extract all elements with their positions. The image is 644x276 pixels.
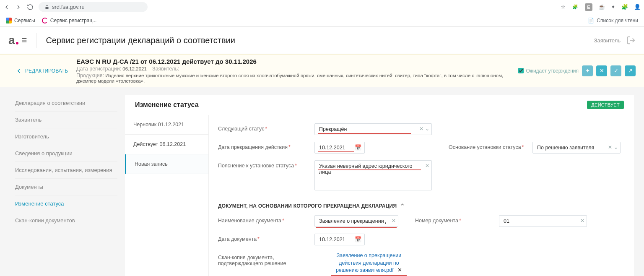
chevron-down-icon[interactable]: ⌄: [425, 126, 429, 132]
uploaded-file-link[interactable]: Заявление о прекращении действия деклара…: [327, 252, 411, 274]
highlight: [331, 275, 407, 276]
pending-checkbox-input[interactable]: [518, 68, 524, 73]
chevron-down-icon[interactable]: ⌄: [614, 144, 618, 150]
divider: [36, 33, 36, 48]
calendar-icon[interactable]: 📅: [355, 236, 361, 242]
doc-section-title: ДОКУМЕНТ, НА ОСНОВАНИИ КОТОРОГО ПРЕКРАЩЕ…: [218, 203, 397, 209]
clear-icon[interactable]: ✕: [419, 126, 423, 132]
site-icon: [42, 18, 48, 23]
puzzle-icon[interactable]: 🧩: [621, 4, 628, 10]
sidebar-item-research[interactable]: Исследования, испытания, измерения: [15, 162, 117, 179]
status-form: Следующий статус ✕⌄ Дата прекращения дей…: [209, 115, 634, 276]
highlight: [318, 151, 354, 152]
product-value: Изделия верхние трикотажные мужские и же…: [76, 73, 503, 83]
calendar-icon[interactable]: 📅: [355, 144, 361, 151]
clear-icon[interactable]: ✕: [580, 218, 584, 224]
apps-grid-icon: [6, 18, 12, 23]
scan-label: Скан-копия документа, подтверждающего ре…: [218, 252, 314, 266]
action-close-button[interactable]: ✕: [596, 65, 607, 76]
reading-list[interactable]: 📄 Список для чтени: [588, 18, 638, 23]
history-item-active[interactable]: Действует 06.12.2021: [125, 135, 208, 154]
bookmarks-bar: Сервисы Сервис регистрац... 📄 Список для…: [0, 14, 644, 27]
browser-toolbar: srd.fsa.gov.ru ☆ 🧩 E ☕ ✦ 🧩 👤: [0, 0, 644, 14]
bookmark-label: Сервис регистрац...: [50, 18, 97, 23]
panel-title: Изменение статуса: [135, 101, 199, 109]
logout-icon[interactable]: [626, 36, 636, 45]
profile-icon[interactable]: 👤: [634, 4, 641, 10]
applicant-label: Заявитель:: [152, 63, 179, 72]
app-header: а ≡ Сервис регистрации деклараций о соот…: [0, 27, 644, 54]
doc-name-label: Наименование документа: [218, 215, 314, 224]
declaration-info-bar: РЕДАКТИРОВАТЬ ЕАЭС N RU Д-CA /21 от 06.1…: [0, 54, 644, 87]
doc-num-label: Номер документа: [415, 215, 499, 224]
pending-approval-checkbox[interactable]: Ожидает утверждения: [518, 68, 579, 74]
action-magic-button[interactable]: ✦: [582, 65, 593, 76]
action-share-button[interactable]: ↗: [625, 65, 636, 76]
end-date-label: Дата прекращения действия: [218, 142, 314, 150]
reg-date-value: 06.12.2021: [122, 66, 147, 71]
sidebar-item-documents[interactable]: Документы: [15, 179, 117, 195]
history-item-draft[interactable]: Черновик 01.12.2021: [125, 115, 208, 135]
left-sidebar: Декларация о соответствии Заявитель Изго…: [0, 87, 117, 276]
edit-back-label: РЕДАКТИРОВАТЬ: [25, 68, 68, 74]
pending-label: Ожидает утверждения: [526, 68, 579, 74]
basis-select[interactable]: [532, 142, 621, 154]
logo: а: [8, 34, 18, 47]
nav-forward-icon[interactable]: [15, 4, 22, 10]
doc-name-select[interactable]: [314, 215, 398, 227]
sidebar-item-declaration[interactable]: Декларация о соответствии: [15, 95, 117, 112]
clear-icon[interactable]: ✕: [425, 163, 429, 169]
highlight: [316, 227, 397, 228]
next-status-label: Следующий статус: [218, 123, 314, 132]
sidebar-item-status-change[interactable]: Изменение статуса: [15, 195, 117, 212]
nav-reload-icon[interactable]: [27, 4, 34, 10]
ext-icon-3[interactable]: ☕: [598, 4, 605, 10]
nav-back-icon[interactable]: [3, 4, 10, 10]
document-section-header[interactable]: ДОКУМЕНТ, НА ОСНОВАНИИ КОТОРОГО ПРЕКРАЩЕ…: [218, 195, 625, 212]
url-text: srd.fsa.gov.ru: [52, 4, 85, 10]
action-check-button[interactable]: ✓: [610, 65, 621, 76]
status-history-list: Черновик 01.12.2021 Действует 06.12.2021…: [125, 115, 209, 276]
user-role: Заявитель: [594, 37, 621, 44]
bookmark-label: Сервисы: [14, 18, 35, 23]
bookmark-service-reg[interactable]: Сервис регистрац...: [42, 18, 97, 23]
history-item-new[interactable]: Новая запись: [125, 154, 208, 174]
lock-icon: [44, 5, 49, 10]
basis-label: Основание установки статуса: [449, 142, 532, 150]
address-bar[interactable]: srd.fsa.gov.ru: [39, 2, 148, 12]
sidebar-item-product-info[interactable]: Сведения о продукции: [15, 145, 117, 162]
sidebar-item-manufacturer[interactable]: Изготовитель: [15, 128, 117, 145]
doc-num-input[interactable]: [499, 215, 587, 227]
note-textarea[interactable]: [314, 160, 432, 190]
panel-header: Изменение статуса ДЕЙСТВУЕТ: [125, 95, 634, 115]
clear-icon[interactable]: ✕: [608, 144, 612, 150]
reading-list-label: Список для чтени: [597, 18, 638, 23]
reading-list-icon: 📄: [588, 18, 594, 23]
note-label: Пояснение к установке статуса: [218, 160, 314, 169]
back-to-edit-button[interactable]: РЕДАКТИРОВАТЬ: [15, 67, 68, 75]
highlight: [318, 169, 421, 170]
clear-icon[interactable]: ✕: [392, 218, 396, 224]
star-icon[interactable]: ☆: [561, 4, 566, 10]
remove-file-icon[interactable]: ✕: [397, 267, 402, 273]
menu-icon[interactable]: ≡: [22, 35, 27, 46]
chevron-up-icon: ⌃: [400, 203, 405, 209]
highlight: [318, 133, 411, 134]
extensions-icon[interactable]: ✦: [611, 4, 615, 10]
declaration-title: ЕАЭС N RU Д-CA /21 от 06.12.2021 действу…: [76, 58, 518, 65]
bookmark-services[interactable]: Сервисы: [6, 18, 35, 23]
sidebar-item-applicant[interactable]: Заявитель: [15, 112, 117, 128]
ext-icon-1[interactable]: 🧩: [571, 3, 579, 11]
ext-icon-e[interactable]: E: [585, 3, 592, 11]
product-label: Продукция:: [76, 70, 104, 78]
file-name: Заявление о прекращении действия деклара…: [336, 253, 401, 273]
sidebar-item-scans[interactable]: Скан-копии документов: [15, 212, 117, 229]
status-badge: ДЕЙСТВУЕТ: [587, 101, 624, 109]
doc-date-label: Дата документа: [218, 234, 314, 242]
app-title: Сервис регистрации деклараций о соответс…: [46, 36, 235, 45]
